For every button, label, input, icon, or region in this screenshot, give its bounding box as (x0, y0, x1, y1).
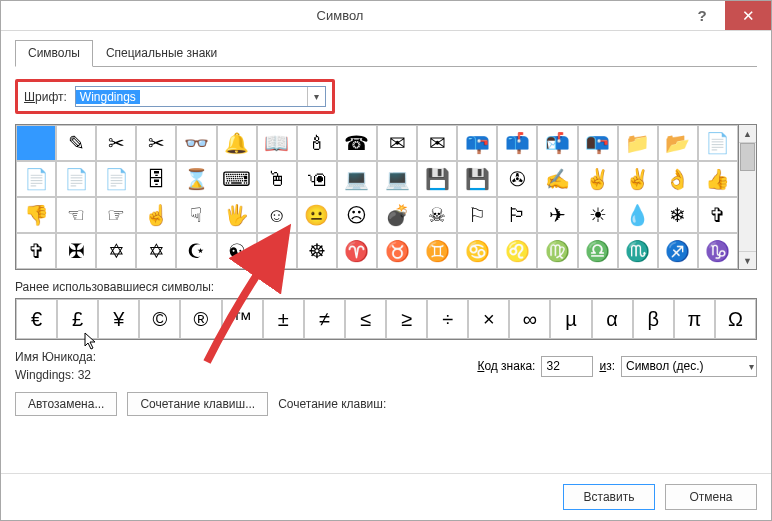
symbol-cell[interactable]: 📂 (658, 125, 698, 161)
tab-special[interactable]: Специальные знаки (93, 40, 230, 67)
symbol-cell[interactable]: 📄 (698, 125, 738, 161)
symbol-cell[interactable]: ☸ (297, 233, 337, 269)
symbol-cell[interactable]: 📁 (618, 125, 658, 161)
scroll-up-icon[interactable]: ▲ (739, 125, 756, 143)
symbol-cell[interactable]: ✉ (417, 125, 457, 161)
symbol-cell[interactable]: 👎 (16, 197, 56, 233)
symbol-cell[interactable]: ☹ (337, 197, 377, 233)
symbol-cell[interactable]: ✇ (497, 161, 537, 197)
symbol-cell[interactable]: 📫 (497, 125, 537, 161)
recent-cell[interactable]: µ (550, 299, 591, 339)
close-button[interactable]: ✕ (725, 1, 771, 30)
recent-cell[interactable]: € (16, 299, 57, 339)
symbol-cell[interactable]: ♌ (497, 233, 537, 269)
symbol-cell[interactable]: ✞ (698, 197, 738, 233)
cancel-button[interactable]: Отмена (665, 484, 757, 510)
recent-cell[interactable]: α (592, 299, 633, 339)
symbol-cell[interactable]: 😐 (297, 197, 337, 233)
symbol-cell[interactable]: ☪ (176, 233, 216, 269)
symbol-cell[interactable]: ☯ (217, 233, 257, 269)
symbol-cell[interactable]: ✈ (537, 197, 577, 233)
symbol-cell[interactable]: 💻 (377, 161, 417, 197)
symbol-cell[interactable]: ✉ (377, 125, 417, 161)
recent-cell[interactable]: ™ (222, 299, 263, 339)
symbol-cell[interactable]: 💾 (417, 161, 457, 197)
symbol-cell[interactable]: ♈ (337, 233, 377, 269)
symbol-cell[interactable]: ⚐ (457, 197, 497, 233)
symbol-cell[interactable]: ✎ (56, 125, 96, 161)
grid-scrollbar[interactable]: ▲ ▼ (739, 124, 757, 270)
symbol-cell[interactable]: ♎ (578, 233, 618, 269)
tab-symbols[interactable]: Символы (15, 40, 93, 67)
recent-cell[interactable]: Ω (715, 299, 756, 339)
autocorrect-button[interactable]: Автозамена... (15, 392, 117, 416)
symbol-grid[interactable]: ✎✂✂👓🔔📖🕯☎✉✉📪📫📬📭📁📂📄📄📄📄🗄⌛⌨🖱🖲💻💻💾💾✇✍✌✌👌👍👎☜☞☝☟… (15, 124, 739, 270)
symbol-cell[interactable]: ✡ (136, 233, 176, 269)
recent-cell[interactable]: β (633, 299, 674, 339)
symbol-cell[interactable]: 💾 (457, 161, 497, 197)
symbol-cell[interactable]: 👍 (698, 161, 738, 197)
symbol-cell[interactable]: 📖 (257, 125, 297, 161)
symbol-cell[interactable]: ⌨ (217, 161, 257, 197)
symbol-cell[interactable]: ♍ (537, 233, 577, 269)
from-dropdown[interactable]: Символ (дес.) ▾ (621, 356, 757, 377)
symbol-cell[interactable]: ♐ (658, 233, 698, 269)
symbol-cell[interactable]: 📄 (96, 161, 136, 197)
symbol-cell[interactable]: 💻 (337, 161, 377, 197)
scroll-track[interactable] (739, 143, 756, 251)
symbol-cell[interactable]: 📭 (578, 125, 618, 161)
symbol-cell[interactable]: 👓 (176, 125, 216, 161)
symbol-cell[interactable]: 👌 (658, 161, 698, 197)
recent-cell[interactable]: ≠ (304, 299, 345, 339)
symbol-cell[interactable]: ♑ (698, 233, 738, 269)
symbol-cell[interactable]: 🔔 (217, 125, 257, 161)
symbol-cell[interactable]: ☜ (56, 197, 96, 233)
symbol-cell[interactable]: ✍ (537, 161, 577, 197)
shortcut-button[interactable]: Сочетание клавиш... (127, 392, 268, 416)
symbol-cell[interactable]: ☺ (257, 197, 297, 233)
symbol-cell[interactable]: ❄ (658, 197, 698, 233)
symbol-cell[interactable]: ☀ (578, 197, 618, 233)
symbol-cell[interactable]: ♉ (377, 233, 417, 269)
symbol-cell[interactable]: ☞ (96, 197, 136, 233)
recent-cell[interactable]: © (139, 299, 180, 339)
recent-cell[interactable]: × (468, 299, 509, 339)
symbol-cell[interactable]: 🖐 (217, 197, 257, 233)
symbol-cell[interactable]: 🖲 (297, 161, 337, 197)
symbol-cell[interactable]: ✞ (16, 233, 56, 269)
symbol-cell[interactable]: ✡ (96, 233, 136, 269)
symbol-cell[interactable]: 📪 (457, 125, 497, 161)
recent-cell[interactable]: ≤ (345, 299, 386, 339)
symbol-cell[interactable]: ☝ (136, 197, 176, 233)
recent-cell[interactable]: ÷ (427, 299, 468, 339)
help-button[interactable]: ? (679, 1, 725, 30)
symbol-cell[interactable]: 💣 (377, 197, 417, 233)
scroll-down-icon[interactable]: ▼ (739, 251, 756, 269)
recent-cell[interactable]: π (674, 299, 715, 339)
symbol-cell[interactable]: 📬 (537, 125, 577, 161)
recent-cell[interactable]: £ (57, 299, 98, 339)
insert-button[interactable]: Вставить (563, 484, 655, 510)
symbol-cell[interactable]: ॐ (257, 233, 297, 269)
symbol-cell[interactable]: ✂ (136, 125, 176, 161)
symbol-cell[interactable]: ✌ (578, 161, 618, 197)
recent-cell[interactable]: ∞ (509, 299, 550, 339)
symbol-cell[interactable]: ♏ (618, 233, 658, 269)
symbol-cell[interactable]: ⌛ (176, 161, 216, 197)
font-dropdown[interactable]: Wingdings ▾ (75, 86, 326, 107)
symbol-cell[interactable]: ♊ (417, 233, 457, 269)
symbol-cell[interactable]: ☟ (176, 197, 216, 233)
code-input[interactable] (541, 356, 593, 377)
symbol-cell[interactable]: ✂ (96, 125, 136, 161)
symbol-cell[interactable]: 💧 (618, 197, 658, 233)
recent-cell[interactable]: ® (180, 299, 221, 339)
symbol-cell[interactable]: 🖱 (257, 161, 297, 197)
symbol-cell[interactable]: 📄 (16, 161, 56, 197)
symbol-cell[interactable]: ☠ (417, 197, 457, 233)
recent-cell[interactable]: ¥ (98, 299, 139, 339)
symbol-cell[interactable]: 📄 (56, 161, 96, 197)
symbol-cell[interactable]: ☎ (337, 125, 377, 161)
recent-grid[interactable]: €£¥©®™±≠≤≥÷×∞µαβπΩ (15, 298, 757, 340)
symbol-cell[interactable]: 🏳 (497, 197, 537, 233)
symbol-cell[interactable] (16, 125, 56, 161)
